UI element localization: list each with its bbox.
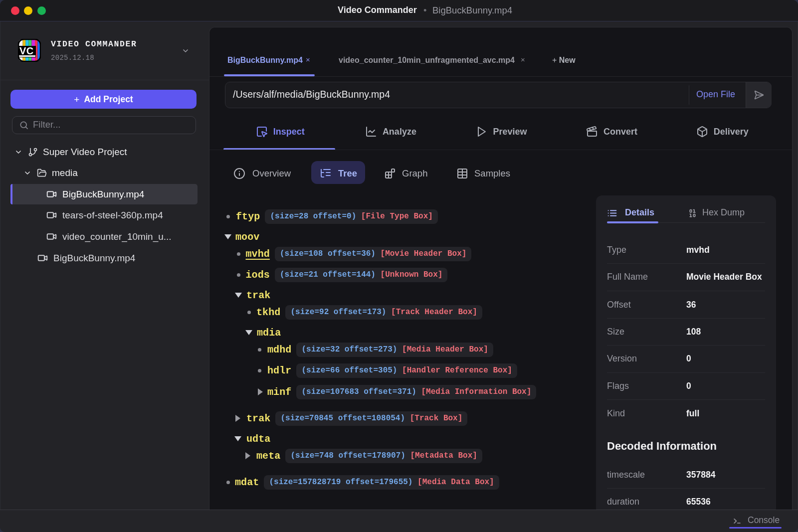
- svg-text:VC: VC: [19, 45, 34, 56]
